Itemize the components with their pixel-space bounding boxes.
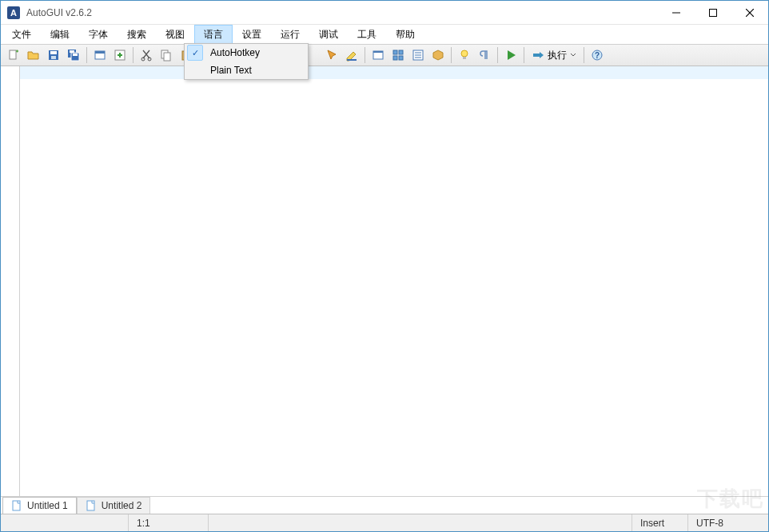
- svg-rect-26: [399, 50, 403, 54]
- toolbar-separator: [497, 47, 498, 63]
- help-button[interactable]: ?: [588, 46, 607, 65]
- save-button[interactable]: [44, 46, 63, 65]
- maximize-button[interactable]: [695, 1, 731, 25]
- tab-untitled-1[interactable]: Untitled 1: [2, 497, 77, 514]
- app-icon: A: [7, 6, 20, 19]
- language-dropdown: ✓ AutoHotkey Plain Text: [184, 43, 309, 80]
- svg-rect-9: [70, 50, 74, 53]
- open-file-button[interactable]: [24, 46, 43, 65]
- tab-untitled-2[interactable]: Untitled 2: [77, 497, 151, 514]
- toolbar-separator: [86, 47, 87, 63]
- toolbar-separator: [365, 47, 365, 63]
- svg-rect-38: [13, 501, 20, 510]
- toolbar: 执行 ?: [1, 44, 768, 66]
- svg-rect-11: [73, 54, 78, 56]
- svg-rect-39: [87, 501, 94, 510]
- list-button[interactable]: [408, 46, 428, 65]
- svg-point-36: [592, 50, 602, 60]
- status-position: 1:1: [129, 514, 209, 531]
- document-icon: [86, 500, 97, 511]
- svg-rect-12: [95, 51, 105, 59]
- dropdown-item-label: Plain Text: [205, 65, 252, 76]
- toolbar-separator: [524, 47, 524, 63]
- svg-point-33: [461, 50, 468, 57]
- toolbar-separator: [133, 47, 133, 63]
- add-button[interactable]: [110, 46, 129, 65]
- svg-rect-28: [399, 56, 403, 60]
- dropdown-item-label: AutoHotkey: [205, 47, 260, 58]
- new-file-button[interactable]: [4, 46, 23, 65]
- tab-label: Untitled 1: [27, 500, 68, 511]
- run-button[interactable]: [501, 46, 520, 65]
- svg-text:?: ?: [595, 51, 600, 60]
- gutter: [1, 66, 20, 496]
- svg-rect-17: [161, 50, 168, 58]
- titlebar: A AutoGUI v2.6.2: [1, 1, 768, 25]
- status-encoding: UTF-8: [688, 514, 768, 531]
- status-spacer: [209, 514, 632, 531]
- svg-rect-24: [373, 51, 383, 53]
- svg-rect-27: [393, 56, 397, 60]
- svg-rect-34: [463, 57, 466, 59]
- pilcrow-button[interactable]: [475, 46, 494, 65]
- copy-button[interactable]: [157, 46, 176, 65]
- svg-rect-18: [164, 53, 170, 61]
- svg-rect-6: [50, 51, 57, 54]
- menu-run[interactable]: 运行: [271, 25, 309, 44]
- menu-file[interactable]: 文件: [2, 25, 41, 44]
- check-icon: ✓: [187, 45, 203, 61]
- layout-button[interactable]: [388, 46, 408, 65]
- toolbar-separator: [584, 47, 584, 63]
- document-icon: [11, 500, 22, 511]
- minimize-button[interactable]: [658, 1, 695, 25]
- run-dropdown-button[interactable]: 执行: [528, 46, 580, 65]
- svg-point-15: [141, 58, 145, 61]
- document-tabs: Untitled 1 Untitled 2: [1, 496, 768, 514]
- menu-font[interactable]: 字体: [79, 25, 118, 44]
- menu-help[interactable]: 帮助: [386, 25, 424, 44]
- svg-rect-25: [393, 50, 397, 54]
- cut-button[interactable]: [137, 46, 156, 65]
- run-arrow-icon: [532, 49, 544, 62]
- save-all-button[interactable]: [64, 46, 83, 65]
- svg-rect-14: [115, 50, 125, 60]
- editor-area[interactable]: [1, 66, 768, 496]
- bulb-button[interactable]: [455, 46, 474, 65]
- language-option-autohotkey[interactable]: ✓ AutoHotkey: [185, 44, 308, 62]
- menu-debug[interactable]: 调试: [309, 25, 348, 44]
- package-button[interactable]: [428, 46, 448, 65]
- menu-language[interactable]: 语言: [194, 25, 233, 44]
- svg-point-16: [148, 58, 151, 61]
- svg-rect-1: [710, 9, 717, 16]
- svg-rect-7: [51, 56, 56, 59]
- svg-rect-8: [68, 50, 76, 58]
- pointer-button[interactable]: [322, 46, 341, 65]
- svg-rect-23: [373, 51, 383, 59]
- app-window-button[interactable]: [369, 46, 388, 65]
- svg-rect-5: [49, 50, 58, 60]
- svg-rect-4: [10, 50, 16, 59]
- language-option-plaintext[interactable]: Plain Text: [185, 62, 308, 79]
- run-label: 执行: [548, 49, 567, 62]
- svg-rect-10: [71, 53, 79, 61]
- highlight-button[interactable]: [342, 46, 361, 65]
- menubar: 文件 编辑 字体 搜索 视图 语言 设置 运行 调试 工具 帮助: [1, 25, 768, 44]
- svg-rect-35: [533, 54, 540, 57]
- window-title: AutoGUI v2.6.2: [26, 7, 658, 18]
- menu-settings[interactable]: 设置: [233, 25, 271, 44]
- window-button[interactable]: [90, 46, 110, 65]
- status-cell-1: [1, 514, 129, 531]
- menu-view[interactable]: 视图: [156, 25, 194, 44]
- svg-rect-13: [95, 51, 105, 54]
- menu-edit[interactable]: 编辑: [41, 25, 79, 44]
- status-insert-mode: Insert: [632, 514, 688, 531]
- toolbar-separator: [451, 47, 452, 63]
- chevron-down-icon: [570, 52, 576, 58]
- menu-tools[interactable]: 工具: [348, 25, 386, 44]
- current-line-highlight: [20, 66, 768, 79]
- close-button[interactable]: [731, 1, 768, 25]
- statusbar: 1:1 Insert UTF-8: [1, 514, 768, 531]
- svg-rect-29: [413, 50, 423, 60]
- tab-label: Untitled 2: [102, 500, 142, 511]
- menu-search[interactable]: 搜索: [118, 25, 156, 44]
